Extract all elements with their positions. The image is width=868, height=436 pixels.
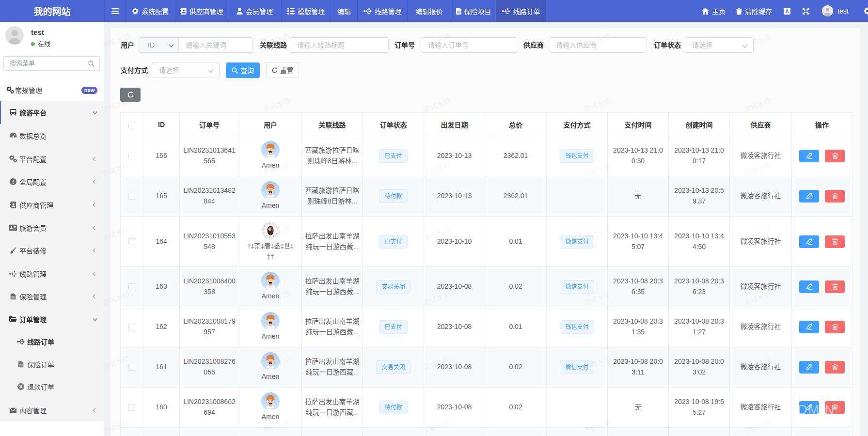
- svg-text:Q: Q: [276, 233, 277, 235]
- svg-text:A: A: [785, 8, 789, 14]
- svg-text:B: B: [273, 235, 274, 237]
- svg-text:R: R: [269, 236, 271, 238]
- svg-text:M: M: [263, 228, 264, 231]
- svg-text:D: D: [277, 229, 278, 232]
- svg-text:Y: Y: [273, 223, 274, 226]
- svg-text:K: K: [269, 222, 271, 225]
- svg-text:N: N: [264, 225, 266, 227]
- svg-text:X: X: [266, 234, 267, 237]
- svg-text:O: O: [276, 226, 277, 228]
